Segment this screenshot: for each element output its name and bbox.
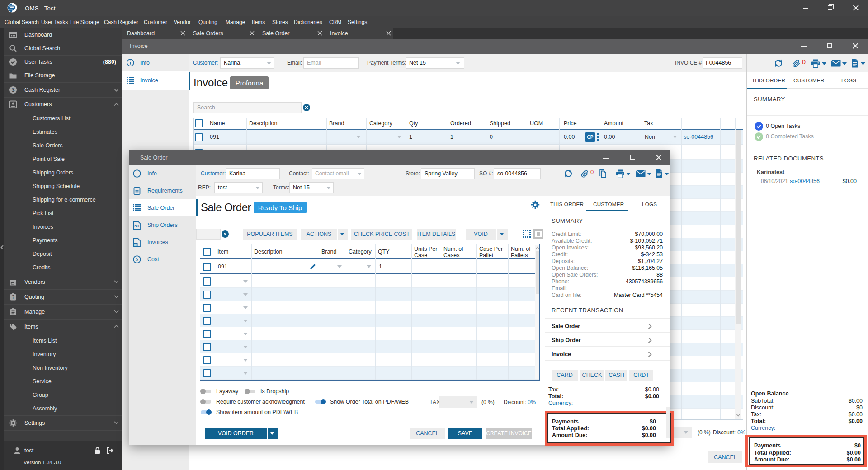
svg-text:$: $ — [12, 87, 15, 93]
svg-text:SH: SH — [134, 224, 139, 228]
svg-text:?: ? — [12, 294, 14, 300]
svg-text:IN: IN — [134, 243, 137, 246]
svg-text:$: $ — [136, 257, 138, 262]
